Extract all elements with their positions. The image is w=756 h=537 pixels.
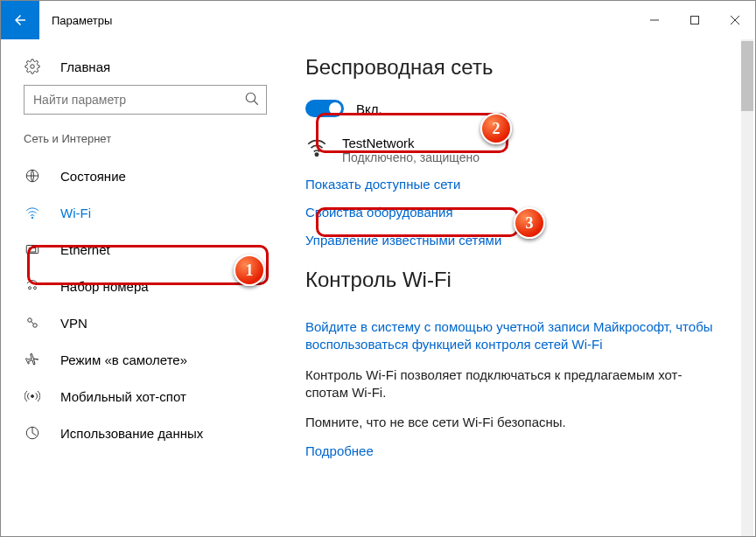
- sidebar: Главная Сеть и Интернет Состояние Wi-Fi …: [1, 39, 290, 536]
- wifi-toggle[interactable]: [305, 100, 344, 117]
- sidebar-item-label: Wi-Fi: [60, 206, 91, 220]
- search-input[interactable]: [24, 85, 267, 115]
- sidebar-item-data-usage[interactable]: Использование данных: [1, 415, 290, 451]
- network-status: Подключено, защищено: [342, 150, 480, 164]
- sidebar-item-ethernet[interactable]: Ethernet: [1, 231, 290, 268]
- para-wifi-warning: Помните, что не все сети Wi-Fi безопасны…: [305, 414, 717, 431]
- link-signin-microsoft[interactable]: Войдите в систему с помощью учетной запи…: [305, 318, 717, 354]
- data-usage-icon: [24, 424, 41, 442]
- svg-rect-1: [691, 17, 699, 24]
- link-show-networks[interactable]: Показать доступные сети: [305, 177, 460, 192]
- back-button[interactable]: [1, 1, 39, 39]
- svg-point-8: [32, 217, 33, 219]
- arrow-left-icon: [12, 12, 28, 28]
- scrollbar-track[interactable]: [741, 39, 753, 536]
- maximize-button[interactable]: [675, 1, 715, 39]
- window-controls: [634, 1, 755, 39]
- sidebar-item-label: Состояние: [60, 169, 126, 184]
- link-more-info[interactable]: Подробнее: [305, 443, 374, 458]
- globe-icon: [24, 167, 41, 185]
- hotspot-icon: [24, 387, 41, 405]
- section-heading: Контроль Wi-Fi: [305, 268, 731, 292]
- svg-point-11: [29, 287, 32, 289]
- sidebar-item-home[interactable]: Главная: [1, 48, 290, 85]
- vpn-icon: [24, 314, 41, 331]
- wifi-toggle-label: Вкл.: [356, 101, 382, 116]
- sidebar-item-wifi[interactable]: Wi-Fi: [1, 194, 290, 231]
- link-manage-known-networks[interactable]: Управление известными сетями: [305, 233, 501, 248]
- svg-point-18: [315, 153, 318, 156]
- titlebar: Параметры: [1, 1, 755, 39]
- connected-network-row[interactable]: TestNetwork Подключено, защищено: [305, 136, 731, 164]
- svg-point-16: [32, 395, 34, 398]
- network-name: TestNetwork: [342, 136, 480, 150]
- sidebar-item-label: VPN: [60, 316, 88, 331]
- svg-point-12: [34, 287, 37, 289]
- sidebar-item-label: Главная: [60, 59, 110, 74]
- sidebar-item-vpn[interactable]: VPN: [1, 304, 290, 341]
- search-icon: [244, 91, 260, 107]
- sidebar-item-dialup[interactable]: Набор номера: [1, 268, 290, 304]
- airplane-icon: [24, 351, 41, 368]
- para-wifi-control-desc: Контроль Wi-Fi позволяет подключаться к …: [305, 366, 717, 402]
- svg-line-6: [254, 101, 258, 105]
- content-area: Беспроводная сеть Вкл. TestNetwork Подкл…: [290, 39, 755, 536]
- dialup-icon: [24, 277, 41, 295]
- ethernet-icon: [24, 241, 41, 258]
- window-title: Параметры: [39, 1, 112, 39]
- svg-point-4: [31, 65, 35, 69]
- sidebar-section-label: Сеть и Интернет: [1, 127, 290, 157]
- page-heading: Беспроводная сеть: [305, 55, 731, 80]
- wifi-toggle-row: Вкл.: [305, 94, 731, 123]
- sidebar-item-status[interactable]: Состояние: [1, 157, 290, 194]
- sidebar-item-airplane[interactable]: Режим «в самолете»: [1, 341, 290, 378]
- link-hardware-properties[interactable]: Свойства оборудования: [305, 205, 453, 220]
- svg-rect-10: [29, 248, 36, 253]
- svg-line-15: [32, 322, 34, 324]
- search-box: [24, 85, 267, 115]
- svg-point-5: [246, 93, 256, 102]
- close-button[interactable]: [715, 1, 755, 39]
- sidebar-item-label: Использование данных: [60, 426, 203, 441]
- wifi-icon: [24, 204, 41, 221]
- sidebar-item-label: Ethernet: [60, 242, 110, 257]
- sidebar-item-label: Набор номера: [60, 279, 149, 294]
- scrollbar-thumb[interactable]: [741, 41, 753, 111]
- sidebar-item-label: Мобильный хот-спот: [60, 389, 186, 404]
- sidebar-item-label: Режим «в самолете»: [60, 352, 187, 367]
- wifi-icon: [305, 136, 330, 160]
- minimize-button[interactable]: [634, 1, 675, 39]
- gear-icon: [24, 58, 41, 75]
- sidebar-item-hotspot[interactable]: Мобильный хот-спот: [1, 378, 290, 415]
